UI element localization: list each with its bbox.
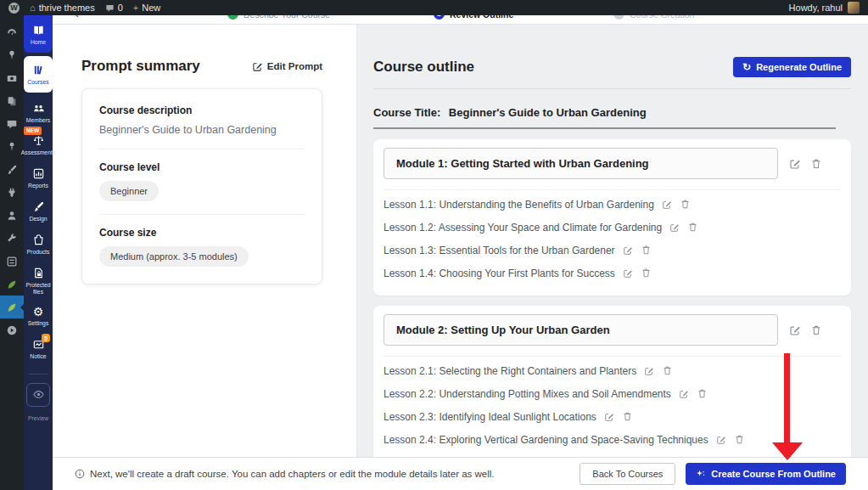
lesson-title: Lesson 1.4: Choosing Your First Plants f… (384, 268, 615, 279)
sidebar-item-design[interactable]: Design (24, 194, 53, 228)
site-link[interactable]: ⌂ thrive themes (30, 3, 95, 13)
users-icon[interactable] (0, 204, 24, 227)
regenerate-outline-button[interactable]: ↻ Regenerate Outline (733, 57, 851, 77)
sidebar-item-members[interactable]: Members (24, 96, 53, 129)
video-play-icon[interactable] (0, 318, 24, 341)
settings-sliders-icon[interactable] (0, 250, 24, 273)
howdy-user[interactable]: Howdy, rahul (789, 3, 843, 13)
module-title-box[interactable]: Module 2: Setting Up Your Urban Garden (384, 314, 778, 346)
media-icon[interactable] (0, 66, 24, 89)
delete-lesson-icon[interactable] (641, 245, 652, 256)
edit-lesson-icon[interactable] (623, 268, 633, 279)
course-size-pill: Medium (approx. 3-5 modules) (99, 246, 249, 267)
prompt-summary-card: Course description Beginner's Guide to U… (81, 88, 322, 284)
pages-icon[interactable] (0, 89, 24, 112)
plus-icon: + (133, 3, 138, 13)
reports-chart-icon (32, 167, 45, 180)
delete-lesson-icon[interactable] (622, 411, 633, 422)
red-annotation-arrow (784, 353, 790, 443)
delete-module-icon[interactable] (810, 324, 822, 336)
delete-lesson-icon[interactable] (687, 222, 698, 233)
delete-lesson-icon[interactable] (697, 388, 708, 399)
lesson-title: Lesson 2.4: Exploring Vertical Gardening… (384, 434, 708, 446)
appearance-brush-icon[interactable] (0, 158, 24, 181)
edit-icon (252, 61, 263, 72)
sidebar-item-products[interactable]: Products (24, 228, 53, 261)
thrive-apprentice-active-icon[interactable] (0, 296, 24, 318)
lesson-row: Lesson 1.1: Understanding the Benefits o… (384, 193, 841, 216)
library-icon (32, 64, 45, 76)
delete-lesson-icon[interactable] (641, 268, 652, 279)
edit-module-icon[interactable] (789, 158, 801, 170)
sidebar-item-settings[interactable]: ⚙ Settings (24, 300, 53, 332)
lesson-title: Lesson 1.3: Essential Tools for the Urba… (384, 245, 615, 256)
new-badge: NEW (24, 127, 42, 135)
edit-lesson-icon[interactable] (644, 366, 654, 376)
lesson-title: Lesson 1.1: Understanding the Benefits o… (384, 199, 654, 211)
plugins-icon[interactable] (0, 181, 24, 204)
wordpress-logo-icon[interactable]: W (8, 3, 20, 14)
comments-counter[interactable]: 0 (105, 3, 123, 13)
gear-icon: ⚙ (33, 306, 44, 318)
wp-admin-menu-strip (0, 15, 24, 490)
delete-lesson-icon[interactable] (734, 434, 745, 445)
ai-sparkle-icon (696, 469, 706, 479)
edit-lesson-icon[interactable] (669, 222, 680, 233)
edit-lesson-icon[interactable] (604, 412, 614, 422)
members-icon (32, 102, 45, 115)
posts-pin-icon[interactable] (0, 43, 24, 66)
sidebar-item-courses[interactable]: Courses (24, 56, 53, 93)
back-to-courses-button[interactable]: Back To Courses (580, 463, 675, 485)
edit-prompt-button[interactable]: Edit Prompt (252, 61, 322, 72)
lesson-row: Lesson 2.1: Selecting the Right Containe… (384, 359, 841, 382)
app-window: ‹ ✓ Describe Your Course 2 Review Outlin… (0, 0, 868, 490)
sidebar-item-reports[interactable]: Reports (24, 161, 53, 194)
divider (384, 356, 841, 357)
thrive-leaf-icon[interactable] (0, 273, 24, 296)
sidebar-item-preview[interactable]: Preview (24, 381, 53, 427)
course-title-field[interactable]: Course Title: Beginner's Guide to Urban … (373, 106, 836, 129)
module-title-box[interactable]: Module 1: Getting Started with Urban Gar… (384, 148, 778, 179)
sidebar-item-home[interactable]: Home (24, 15, 53, 53)
course-level-pill: Beginner (99, 181, 159, 201)
dashboard-icon[interactable] (0, 20, 24, 43)
book-icon (32, 24, 45, 37)
create-course-button[interactable]: Create Course From Outline (686, 463, 846, 485)
sidebar-divider (29, 374, 48, 375)
divider (99, 149, 305, 149)
pin-icon[interactable] (0, 135, 24, 158)
footer-info-text: Next, we'll create a draft course. You c… (90, 469, 495, 479)
red-annotation-arrow-head (772, 442, 803, 460)
thrive-sidebar: Home Courses Members NEW Assessments Rep… (24, 15, 53, 490)
sidebar-item-notice[interactable]: 5 Notice (24, 332, 53, 365)
sidebar-item-protected-files[interactable]: Protected files (24, 261, 53, 301)
prompt-summary-panel: Prompt summary Edit Prompt Course descri… (53, 24, 357, 457)
user-avatar[interactable] (848, 2, 860, 14)
notice-count-badge: 5 (42, 334, 50, 342)
divider (373, 88, 851, 89)
edit-lesson-icon[interactable] (716, 435, 726, 445)
course-outline-title: Course outline (373, 59, 474, 76)
delete-lesson-icon[interactable] (662, 365, 673, 376)
edit-lesson-icon[interactable] (662, 200, 672, 210)
preview-eye-icon (26, 383, 50, 407)
lesson-row: Lesson 2.2: Understanding Potting Mixes … (384, 382, 841, 405)
home-icon: ⌂ (30, 3, 36, 13)
assessments-scale-icon (32, 134, 45, 147)
delete-module-icon[interactable] (810, 158, 822, 170)
edit-module-icon[interactable] (789, 324, 801, 336)
edit-lesson-icon[interactable] (679, 389, 689, 399)
course-description-label: Course description (99, 104, 305, 116)
divider (384, 189, 841, 190)
edit-lesson-icon[interactable] (623, 245, 633, 256)
course-title-label: Course Title: (373, 106, 440, 119)
new-content-button[interactable]: + New (133, 3, 160, 13)
lesson-title: Lesson 2.2: Understanding Potting Mixes … (384, 388, 671, 400)
comment-bubble-icon (105, 3, 115, 13)
sidebar-item-assessments[interactable]: NEW Assessments (24, 128, 53, 161)
comments-icon[interactable] (0, 112, 24, 135)
refresh-icon: ↻ (742, 62, 751, 72)
module-card: Module 1: Getting Started with Urban Gar… (373, 139, 851, 296)
delete-lesson-icon[interactable] (680, 199, 691, 210)
tools-wrench-icon[interactable] (0, 227, 24, 250)
